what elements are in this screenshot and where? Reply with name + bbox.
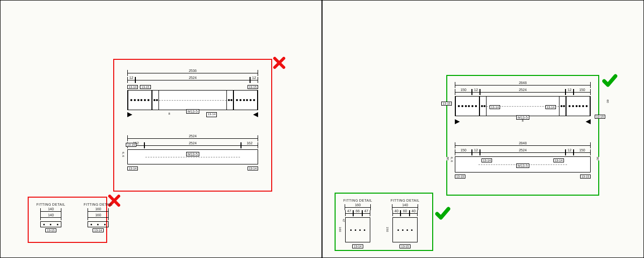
bolt-pattern: 160 47: [345, 217, 370, 242]
left-pane-wrong: 2536 12 2524 12 13-14 13-15 13-15 M13-5: [0, 0, 322, 258]
fitting-detail-b: FITTING DETAIL 160 160 13-14: [80, 203, 116, 232]
section-arrow-icon: [127, 112, 132, 117]
beam-bottom: M13-5 13-15 6, 6: [127, 149, 258, 164]
tag-row: 13-14 13-15 13-15: [127, 85, 258, 89]
section-arrow-icon: [253, 112, 258, 117]
dim-overall: 2536: [127, 70, 258, 76]
beam-bottom: 13-14 13-14 M13-5 80 6, 6 80: [455, 156, 591, 173]
dim-sub-row: 12 2524 12: [127, 77, 258, 84]
piece-mark: M13-5: [186, 109, 199, 114]
check-icon: [435, 206, 450, 221]
main-drawing-top-left: 2536 12 2524 12 13-14 13-15 13-15 M13-5: [127, 70, 258, 117]
check-icon: [602, 73, 617, 88]
section-arrow-icon: [586, 119, 591, 124]
beam-top: M13-5: [127, 90, 258, 110]
main-drawing-top-right: 2848 150 12 2524 12 150 13-14 13-14 13-1…: [455, 82, 591, 124]
right-pane-correct: 2848 150 12 2524 12 150 13-14 13-14 13-1…: [322, 0, 644, 258]
section-arrow-icon: [455, 119, 460, 124]
main-drawing-bottom-left: 2524 162 2524 162 M13-5 13-15 6, 6 13-14…: [127, 135, 258, 170]
comparison-figure: 2536 12 2524 12 13-14 13-15 13-15 M13-5: [0, 0, 644, 258]
fitting-details-left: FITTING DETAIL 140 140 13-15 FITTING DET…: [27, 198, 122, 237]
main-drawing-bottom-right: 2848 150 12 2524 12 150 13-14 13-14 M13-…: [455, 142, 591, 179]
fitting-detail-b: FITTING DETAIL 140 40 60 40 150 13-15: [387, 199, 423, 248]
fitting-detail-a: FITTING DETAIL 140 140 13-15: [33, 203, 69, 232]
bolt-pattern: 150: [392, 217, 418, 242]
fitting-detail-a: FITTING DETAIL 160 47 66 47 160 47 13-14: [340, 199, 376, 248]
beam-top: 13-14 13-14 13-15 13-15 60 M13-5: [455, 96, 591, 116]
cross-icon: [273, 57, 285, 69]
fitting-details-right: FITTING DETAIL 160 47 66 47 160 47 13-14…: [334, 194, 429, 253]
